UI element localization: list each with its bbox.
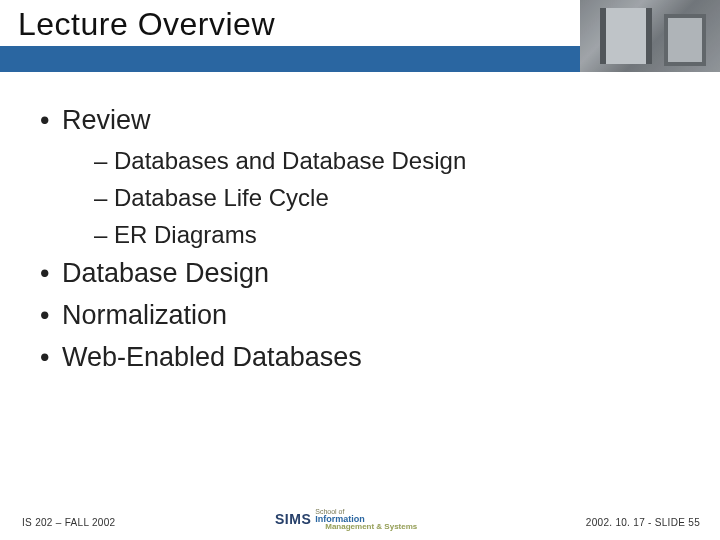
bullet-item: •Database Design bbox=[40, 253, 680, 295]
title-photo bbox=[580, 0, 720, 72]
bullet-dot-icon: • bbox=[40, 337, 62, 379]
bullet-dot-icon: • bbox=[40, 100, 62, 142]
slide: Lecture Overview •Review –Databases and … bbox=[0, 0, 720, 540]
subbullet-text: Database Life Cycle bbox=[114, 184, 329, 211]
bullet-text: Web-Enabled Databases bbox=[62, 342, 362, 372]
dash-icon: – bbox=[94, 142, 114, 179]
subbullet-item: –Database Life Cycle bbox=[94, 179, 680, 216]
bullet-item: •Web-Enabled Databases bbox=[40, 337, 680, 379]
bullet-item: •Review bbox=[40, 100, 680, 142]
bullet-dot-icon: • bbox=[40, 295, 62, 337]
logo-subtext: School of Information Management & Syste… bbox=[315, 508, 417, 531]
subbullet-text: ER Diagrams bbox=[114, 221, 257, 248]
bullet-text: Database Design bbox=[62, 258, 269, 288]
footer-logo: SIMS School of Information Management & … bbox=[275, 508, 445, 530]
subbullet-text: Databases and Database Design bbox=[114, 147, 466, 174]
bullet-text: Normalization bbox=[62, 300, 227, 330]
slide-title: Lecture Overview bbox=[18, 6, 580, 43]
bullet-text: Review bbox=[62, 105, 151, 135]
bullet-item: •Normalization bbox=[40, 295, 680, 337]
logo-line3: Management & Systems bbox=[325, 523, 417, 531]
dash-icon: – bbox=[94, 216, 114, 253]
title-blue-band bbox=[0, 46, 580, 72]
title-bar: Lecture Overview bbox=[0, 0, 720, 72]
footer: IS 202 – FALL 2002 SIMS School of Inform… bbox=[0, 506, 720, 530]
footer-right: 2002. 10. 17 - SLIDE 55 bbox=[586, 517, 700, 528]
content-area: •Review –Databases and Database Design –… bbox=[0, 72, 720, 379]
subbullet-item: –Databases and Database Design bbox=[94, 142, 680, 179]
footer-left: IS 202 – FALL 2002 bbox=[22, 517, 115, 528]
dash-icon: – bbox=[94, 179, 114, 216]
subbullet-item: –ER Diagrams bbox=[94, 216, 680, 253]
logo-mark: SIMS bbox=[275, 511, 311, 527]
title-text-wrap: Lecture Overview bbox=[0, 0, 580, 46]
bullet-dot-icon: • bbox=[40, 253, 62, 295]
